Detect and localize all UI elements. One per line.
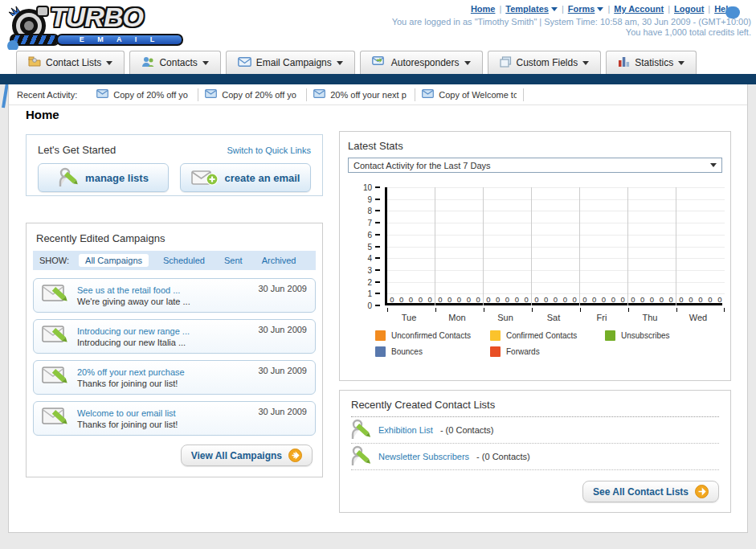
campaign-title-link[interactable]: 20% off your next purchase bbox=[77, 367, 250, 378]
campaign-row[interactable]: See us at the retail food ...We're givin… bbox=[33, 278, 316, 313]
tab-email-campaigns[interactable]: Email Campaigns bbox=[226, 51, 355, 74]
y-axis-tick bbox=[375, 222, 380, 223]
switch-quick-links-link[interactable]: Switch to Quick Links bbox=[227, 145, 311, 155]
person-pencil-small-icon bbox=[351, 445, 371, 469]
value-label: 0 bbox=[650, 295, 654, 304]
campaign-title-link[interactable]: Introducing our new range ... bbox=[77, 326, 250, 337]
person-pencil-icon bbox=[58, 167, 79, 188]
contact-list-item[interactable]: Newsletter Subscribers- (0 Contacts) bbox=[351, 444, 719, 470]
nav-separator: | bbox=[708, 4, 710, 14]
recent-activity-bar: Recent Activity: Copy of 20% off yoCopy … bbox=[9, 84, 747, 105]
value-label: 0 bbox=[447, 295, 452, 304]
tab-label: Custom Fields bbox=[517, 57, 578, 68]
page: TURBO E M A I L Home|Templates|Forms|My … bbox=[0, 0, 756, 549]
chart-day-group: 00000 bbox=[676, 187, 725, 305]
value-label: 0 bbox=[419, 295, 423, 304]
recent-activity-label: Recent Activity: bbox=[17, 90, 77, 100]
filter-archived[interactable]: Archived bbox=[257, 254, 301, 267]
value-label: 0 bbox=[708, 295, 712, 304]
chart-day-group: 00000 bbox=[580, 187, 628, 305]
top-nav-link-templates[interactable]: Templates bbox=[505, 4, 549, 14]
value-label: 0 bbox=[534, 295, 538, 304]
chevron-down-icon bbox=[337, 61, 343, 65]
legend-swatch bbox=[490, 330, 501, 341]
latest-stats-panel: Latest Stats Contact Activity for the La… bbox=[339, 131, 731, 381]
legend-item: Bounces bbox=[375, 346, 490, 357]
campaign-row[interactable]: 20% off your next purchaseThanks for joi… bbox=[33, 360, 316, 395]
envelope-arrow-icon bbox=[372, 56, 386, 69]
legend-item: Unsubscribes bbox=[605, 330, 725, 341]
view-all-campaigns-button[interactable]: View All Campaigns bbox=[181, 445, 313, 466]
top-nav-link-home[interactable]: Home bbox=[471, 4, 496, 14]
filter-sent[interactable]: Sent bbox=[219, 254, 247, 267]
envelope-plus-icon bbox=[191, 168, 219, 187]
login-line: You are logged in as "Timothy Smith" | S… bbox=[392, 17, 751, 27]
manage-lists-button[interactable]: manage lists bbox=[38, 163, 169, 192]
chart-y-axis: 012345678910 bbox=[348, 187, 380, 308]
top-nav-link-my-account[interactable]: My Account bbox=[614, 4, 664, 14]
y-axis-tick bbox=[375, 210, 380, 211]
y-axis-label: 3 bbox=[348, 266, 372, 275]
legend-label: Unconfirmed Contacts bbox=[391, 331, 471, 340]
value-labels: 00000 bbox=[580, 295, 627, 304]
recent-activity-item[interactable]: Copy of 20% off yo bbox=[198, 88, 307, 101]
create-email-button[interactable]: create an email bbox=[180, 163, 311, 192]
main-content: Recent Activity: Copy of 20% off yoCopy … bbox=[8, 84, 748, 533]
pages-icon bbox=[500, 56, 512, 70]
top-nav-link-forms[interactable]: Forms bbox=[568, 4, 595, 14]
navy-divider-bar bbox=[0, 74, 756, 84]
campaign-row[interactable]: Welcome to our email listThanks for join… bbox=[33, 401, 316, 436]
contact-list-link[interactable]: Exhibition List bbox=[378, 425, 433, 435]
x-axis-label: Thu bbox=[626, 313, 674, 322]
chevron-down-icon bbox=[597, 7, 603, 11]
recent-activity-item[interactable]: 20% off your next p bbox=[307, 88, 415, 101]
legend-label: Bounces bbox=[391, 347, 423, 356]
filter-scheduled[interactable]: Scheduled bbox=[158, 254, 210, 267]
bar-chart-icon bbox=[618, 56, 630, 69]
legend-swatch bbox=[375, 330, 386, 341]
y-axis-tick bbox=[375, 186, 380, 188]
tab-statistics[interactable]: Statistics bbox=[606, 51, 697, 74]
value-labels: 00000 bbox=[387, 295, 435, 304]
chart-day-group: 00000 bbox=[387, 187, 435, 305]
recent-activity-text: Copy of 20% off yo bbox=[113, 90, 191, 100]
top-nav-link-logout[interactable]: Logout bbox=[674, 4, 704, 14]
recent-activity-item[interactable]: Copy of Welcome to bbox=[415, 88, 524, 101]
see-all-contact-lists-button[interactable]: See All Contact Lists bbox=[582, 481, 719, 502]
contact-list-item[interactable]: Exhibition List- (0 Contacts) bbox=[351, 417, 719, 444]
small-envelope-icon bbox=[313, 89, 325, 100]
recent-activity-text: Copy of 20% off yo bbox=[222, 90, 300, 100]
stats-period-select[interactable]: Contact Activity for the Last 7 Days bbox=[348, 158, 722, 173]
y-axis-label: 9 bbox=[348, 195, 372, 204]
contact-list-link[interactable]: Newsletter Subscribers bbox=[378, 452, 469, 461]
campaign-text: See us at the retail food ...We're givin… bbox=[77, 285, 250, 307]
page-title: Home bbox=[26, 108, 59, 121]
filter-all-campaigns[interactable]: All Campaigns bbox=[79, 254, 149, 267]
campaign-row[interactable]: Introducing our new range ...Introducing… bbox=[33, 319, 316, 354]
recent-activity-text: 20% off your next p bbox=[330, 90, 408, 100]
tab-contact-lists[interactable]: Contact Lists bbox=[16, 51, 125, 74]
value-label: 0 bbox=[640, 295, 644, 304]
x-axis-label: Wed bbox=[674, 313, 722, 322]
legend-swatch bbox=[375, 346, 386, 357]
tab-contacts[interactable]: Contacts bbox=[129, 51, 220, 74]
person-pencil-small-icon bbox=[351, 419, 371, 442]
value-label: 0 bbox=[524, 295, 528, 304]
x-axis-label: Sun bbox=[481, 313, 529, 322]
campaign-date: 30 Jun 2009 bbox=[258, 284, 307, 293]
campaign-title-link[interactable]: See us at the retail food ... bbox=[77, 285, 250, 296]
nav-separator: | bbox=[499, 4, 501, 14]
value-label: 0 bbox=[409, 295, 413, 304]
campaign-title-link[interactable]: Welcome to our email list bbox=[77, 408, 250, 419]
tab-custom-fields[interactable]: Custom Fields bbox=[488, 51, 602, 74]
manage-lists-label: manage lists bbox=[85, 172, 149, 184]
get-started-panel: Let's Get Started Switch to Quick Links … bbox=[26, 134, 323, 196]
x-axis-tick bbox=[387, 308, 388, 312]
envelope-pencil-icon bbox=[42, 283, 69, 308]
value-label: 0 bbox=[399, 295, 403, 304]
value-label: 0 bbox=[457, 295, 461, 304]
logo-subtitle-text: E M A I L bbox=[56, 34, 183, 46]
value-label: 0 bbox=[496, 295, 500, 304]
recent-activity-item[interactable]: Copy of 20% off yo bbox=[90, 88, 198, 101]
tab-autoresponders[interactable]: Autoresponders bbox=[360, 51, 483, 74]
